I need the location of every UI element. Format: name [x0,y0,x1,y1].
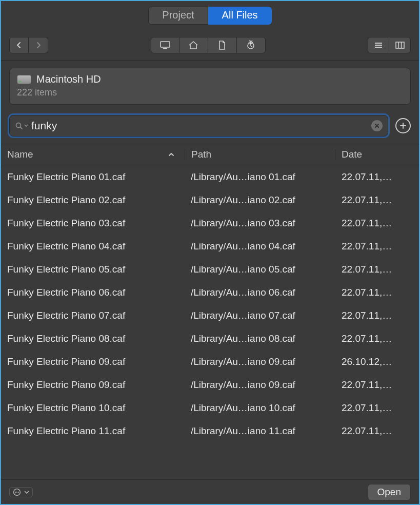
cell-date: 22.07.11,… [335,333,419,344]
cell-name: Funky Electric Piano 02.caf [1,195,185,206]
x-icon [374,123,379,128]
forward-button[interactable] [29,37,48,53]
chevron-down-icon [24,124,28,127]
table-body: Funky Electric Piano 01.caf/Library/Au…i… [1,165,419,445]
svg-rect-1 [163,48,167,49]
cell-date: 22.07.11,… [335,171,419,183]
svg-point-12 [15,492,16,493]
plus-icon [399,122,407,129]
search-scope-menu[interactable] [15,122,28,130]
cell-date: 22.07.11,… [335,195,419,206]
column-header-name[interactable]: Name [1,149,185,160]
table-row[interactable]: Funky Electric Piano 08.caf/Library/Au…i… [1,327,419,350]
column-name-label: Name [7,149,33,160]
hard-drive-icon [17,75,31,84]
add-filter-button[interactable] [395,118,411,133]
cell-path: /Library/Au…iano 09.caf [185,379,335,391]
table-row[interactable]: Funky Electric Piano 10.caf/Library/Au…i… [1,396,419,419]
cell-date: 22.07.11,… [335,425,419,437]
cell-date: 22.07.11,… [335,379,419,391]
cell-path: /Library/Au…iano 09.caf [185,356,335,367]
back-button[interactable] [9,37,29,53]
computer-icon [159,41,171,49]
chevron-right-icon [35,42,42,49]
open-button[interactable]: Open [368,484,411,500]
cell-path: /Library/Au…iano 04.caf [185,241,335,252]
project-button[interactable] [208,37,237,53]
cell-date: 22.07.11,… [335,402,419,414]
ellipsis-circ-icon [13,488,21,496]
cell-name: Funky Electric Piano 10.caf [1,402,185,414]
svg-line-10 [21,127,23,129]
cell-name: Funky Electric Piano 01.caf [1,171,185,183]
action-menu-button[interactable] [9,487,33,497]
tab-all-files[interactable]: All Files [208,7,272,25]
table-row[interactable]: Funky Electric Piano 04.caf/Library/Au…i… [1,235,419,258]
sort-ascending-icon [168,152,178,157]
cell-date: 22.07.11,… [335,218,419,229]
cell-name: Funky Electric Piano 11.caf [1,425,185,437]
search-row [1,110,419,144]
home-button[interactable] [179,37,208,53]
table-row[interactable]: Funky Electric Piano 05.caf/Library/Au…i… [1,258,419,281]
home-icon [188,41,198,50]
column-date-label: Date [342,149,362,160]
chevron-down-icon [24,491,29,494]
cell-name: Funky Electric Piano 05.caf [1,264,185,275]
svg-rect-0 [161,42,170,47]
results-table: Name Path Date Funky Electric Piano 01.c… [1,144,419,445]
tab-project[interactable]: Project [148,7,208,25]
list-view-button[interactable] [368,37,389,53]
cell-path: /Library/Au…iano 08.caf [185,333,335,344]
cell-path: /Library/Au…iano 10.caf [185,402,335,414]
table-row[interactable]: Funky Electric Piano 02.caf/Library/Au…i… [1,188,419,211]
column-view-button[interactable] [389,37,411,53]
bookmarks-button[interactable] [237,37,266,53]
cell-name: Funky Electric Piano 09.caf [1,379,185,391]
cell-name: Funky Electric Piano 09.caf [1,356,185,367]
cell-date: 22.07.11,… [335,310,419,321]
computer-button[interactable] [151,37,179,53]
list-icon [374,42,383,49]
cell-path: /Library/Au…iano 03.caf [185,218,335,229]
location-card[interactable]: Macintosh HD 222 items [9,68,411,105]
view-group [368,37,411,53]
columns-icon [395,42,405,49]
cell-name: Funky Electric Piano 06.caf [1,287,185,298]
table-row[interactable]: Funky Electric Piano 03.caf/Library/Au…i… [1,211,419,235]
chevron-left-icon [15,42,23,49]
column-path-label: Path [191,149,211,160]
cell-path: /Library/Au…iano 07.caf [185,310,335,321]
cell-name: Funky Electric Piano 04.caf [1,241,185,252]
column-header-date[interactable]: Date [335,149,419,160]
location-subtitle: 222 items [17,87,403,98]
nav-group [9,37,48,53]
table-header: Name Path Date [1,144,419,165]
table-row[interactable]: Funky Electric Piano 11.caf/Library/Au…i… [1,419,419,442]
footer: Open [1,479,419,504]
cell-date: 26.10.12,… [335,356,419,367]
cell-path: /Library/Au…iano 11.caf [185,425,335,437]
toolbar [1,30,419,61]
table-row[interactable]: Funky Electric Piano 06.caf/Library/Au…i… [1,281,419,304]
table-row[interactable]: Funky Electric Piano 01.caf/Library/Au…i… [1,165,419,188]
cell-path: /Library/Au…iano 02.caf [185,195,335,206]
column-header-path[interactable]: Path [185,149,335,160]
cell-date: 22.07.11,… [335,287,419,298]
cell-date: 22.07.11,… [335,264,419,275]
search-icon [15,122,23,130]
cell-name: Funky Electric Piano 08.caf [1,333,185,344]
table-row[interactable]: Funky Electric Piano 07.caf/Library/Au…i… [1,304,419,327]
search-box [9,115,388,137]
cell-name: Funky Electric Piano 07.caf [1,310,185,321]
svg-point-13 [16,492,17,493]
svg-rect-6 [396,42,404,48]
search-input[interactable] [31,115,371,136]
locations-group [151,37,266,53]
table-row[interactable]: Funky Electric Piano 09.caf/Library/Au…i… [1,373,419,396]
cell-path: /Library/Au…iano 06.caf [185,287,335,298]
table-row[interactable]: Funky Electric Piano 09.caf/Library/Au…i… [1,350,419,373]
tab-switcher: Project All Files [1,1,419,30]
document-icon [218,40,226,50]
clear-search-button[interactable] [371,120,383,131]
